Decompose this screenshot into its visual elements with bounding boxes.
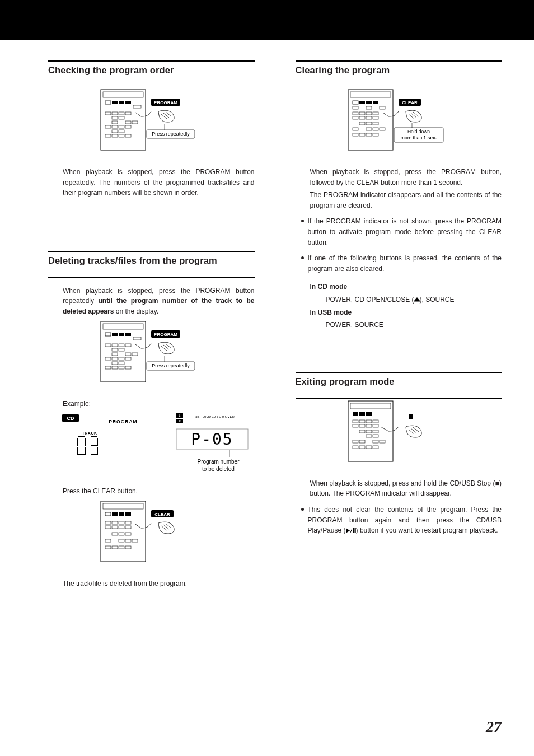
svg-rect-11 bbox=[112, 116, 118, 119]
svg-rect-21 bbox=[119, 130, 124, 133]
svg-rect-128 bbox=[373, 133, 378, 136]
svg-text:R: R bbox=[179, 419, 181, 423]
svg-rect-143 bbox=[373, 420, 378, 423]
para-press-clear: Press the CLEAR button. bbox=[48, 486, 255, 497]
svg-text:TRACK: TRACK bbox=[82, 431, 97, 435]
svg-rect-104 bbox=[359, 101, 365, 104]
svg-rect-147 bbox=[373, 424, 378, 427]
diagram-display-example: CD PROGRAM TRACK L R dB −30 20 10 6 3 0 … bbox=[48, 412, 255, 476]
svg-rect-90 bbox=[125, 533, 131, 535]
svg-rect-15 bbox=[132, 121, 138, 124]
diagram-clear-press: CLEAR bbox=[48, 499, 255, 568]
svg-rect-30 bbox=[103, 324, 143, 329]
svg-rect-76 bbox=[105, 512, 111, 516]
svg-rect-83 bbox=[125, 521, 131, 524]
bullet-dot-icon bbox=[301, 508, 304, 511]
svg-rect-111 bbox=[359, 112, 365, 115]
svg-text:CD: CD bbox=[67, 416, 74, 421]
svg-rect-157 bbox=[353, 446, 358, 449]
svg-rect-85 bbox=[112, 526, 118, 529]
svg-rect-152 bbox=[373, 435, 378, 437]
svg-text:Program number: Program number bbox=[198, 459, 240, 465]
svg-rect-93 bbox=[125, 539, 131, 542]
svg-rect-126 bbox=[359, 133, 365, 136]
svg-rect-35 bbox=[133, 337, 141, 340]
svg-rect-80 bbox=[105, 521, 111, 524]
bullet-dot-icon bbox=[301, 220, 304, 222]
svg-rect-48 bbox=[125, 357, 131, 360]
svg-rect-34 bbox=[125, 333, 131, 336]
svg-rect-94 bbox=[132, 539, 138, 542]
label-program-button: PROGRAM bbox=[154, 100, 177, 105]
svg-rect-98 bbox=[125, 546, 131, 549]
svg-rect-123 bbox=[373, 128, 378, 130]
svg-rect-84 bbox=[105, 526, 111, 529]
svg-text:Press repeatedly: Press repeatedly bbox=[152, 363, 190, 368]
heading-check-program-order: Checking the program order bbox=[48, 65, 255, 76]
svg-rect-89 bbox=[119, 533, 124, 535]
svg-rect-122 bbox=[366, 128, 372, 130]
svg-rect-150 bbox=[373, 430, 378, 433]
svg-rect-92 bbox=[119, 539, 124, 542]
svg-rect-121 bbox=[353, 128, 358, 130]
svg-rect-45 bbox=[105, 357, 111, 360]
svg-rect-47 bbox=[119, 357, 124, 360]
svg-rect-118 bbox=[359, 122, 365, 125]
svg-rect-17 bbox=[112, 125, 118, 128]
heading-exiting-program: Exiting program mode bbox=[296, 376, 502, 387]
svg-rect-43 bbox=[125, 353, 131, 356]
svg-rect-40 bbox=[112, 348, 118, 351]
svg-rect-75 bbox=[103, 503, 143, 509]
svg-rect-105 bbox=[366, 101, 372, 104]
left-column: Checking the program order bbox=[48, 60, 255, 591]
label-press-repeatedly: Press repeatedly bbox=[152, 131, 190, 137]
svg-rect-49 bbox=[112, 362, 118, 365]
svg-rect-77 bbox=[112, 512, 118, 516]
svg-rect-106 bbox=[373, 101, 378, 104]
svg-rect-39 bbox=[125, 344, 131, 347]
svg-rect-151 bbox=[366, 435, 372, 437]
svg-rect-22 bbox=[105, 134, 111, 137]
svg-rect-112 bbox=[366, 112, 372, 115]
diagram-program-repeat-2: PROGRAM Press repeatedly bbox=[48, 319, 255, 389]
svg-rect-36 bbox=[105, 344, 111, 347]
svg-rect-23 bbox=[112, 134, 118, 137]
svg-rect-3 bbox=[112, 101, 118, 104]
svg-rect-1 bbox=[103, 92, 143, 97]
svg-rect-12 bbox=[119, 116, 124, 119]
svg-rect-138 bbox=[359, 412, 365, 416]
svg-rect-88 bbox=[112, 533, 118, 535]
svg-rect-159 bbox=[366, 446, 372, 449]
svg-rect-116 bbox=[366, 116, 372, 119]
svg-rect-14 bbox=[125, 121, 131, 124]
svg-rect-82 bbox=[119, 521, 124, 524]
svg-rect-141 bbox=[359, 420, 365, 423]
svg-rect-109 bbox=[380, 106, 385, 109]
svg-rect-117 bbox=[373, 116, 378, 119]
heading-deleting-tracks: Deleting tracks/files from the program bbox=[48, 255, 255, 266]
diagram-program-repeat-1: PROGRAM Press repeatedly bbox=[48, 87, 255, 157]
svg-rect-52 bbox=[112, 366, 118, 369]
svg-text:P-05: P-05 bbox=[191, 430, 233, 449]
bullet-clear-1: If the PROGRAM indicator is not shown, p… bbox=[296, 216, 502, 248]
svg-rect-24 bbox=[119, 134, 124, 137]
svg-text:PROGRAM: PROGRAM bbox=[109, 419, 138, 424]
svg-rect-148 bbox=[359, 430, 365, 433]
svg-text:dB −30  20   10    6    3    0: dB −30 20 10 6 3 0 OVER bbox=[195, 415, 235, 418]
bullet-dot-icon bbox=[301, 256, 304, 259]
svg-rect-119 bbox=[366, 122, 372, 125]
svg-rect-42 bbox=[112, 353, 118, 356]
svg-rect-146 bbox=[366, 424, 372, 427]
svg-rect-32 bbox=[112, 333, 118, 336]
svg-rect-53 bbox=[119, 366, 124, 369]
svg-rect-144 bbox=[353, 424, 358, 427]
svg-rect-74 bbox=[101, 501, 146, 562]
svg-rect-110 bbox=[353, 112, 358, 115]
svg-rect-87 bbox=[125, 526, 131, 529]
svg-text:CLEAR: CLEAR bbox=[154, 512, 170, 517]
svg-rect-81 bbox=[112, 521, 118, 524]
svg-rect-136 bbox=[350, 403, 391, 409]
svg-rect-107 bbox=[353, 106, 358, 109]
svg-rect-156 bbox=[380, 440, 385, 443]
bullet-exit-1: This does not clear the contents of the … bbox=[296, 505, 502, 536]
